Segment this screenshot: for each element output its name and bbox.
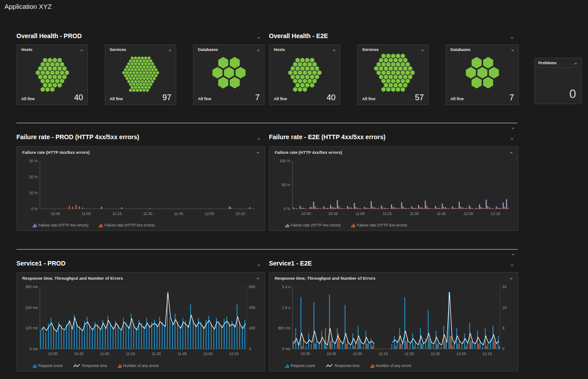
svg-text:11:30: 11:30 <box>143 211 153 216</box>
legend-item[interactable]: Number of any errors <box>371 363 411 368</box>
chevron-down-icon[interactable] <box>510 251 516 255</box>
legend-item[interactable]: Response time <box>326 363 360 368</box>
service-prod-chart-tile[interactable]: Response time, Throughput and Number of … <box>16 272 265 371</box>
svg-text:0: 0 <box>249 347 251 351</box>
svg-text:240 ms: 240 ms <box>25 305 38 310</box>
chevron-down-icon[interactable] <box>509 135 515 140</box>
svg-text:11:00: 11:00 <box>100 352 109 356</box>
chevron-down-icon[interactable] <box>509 262 515 266</box>
tile-title: Problems <box>538 61 556 65</box>
chevron-down-icon[interactable] <box>256 276 260 279</box>
chevron-down-icon[interactable] <box>510 125 516 129</box>
svg-text:11:30: 11:30 <box>405 352 414 356</box>
chart-title: Response time, Throughput and Number of … <box>22 276 123 281</box>
legend-label: Request count <box>291 363 315 368</box>
section-header-failure-e2e: Failure rate - E2E (HTTP 4xx/5xx errors) <box>269 133 386 141</box>
legend-item[interactable]: Response time <box>73 363 107 368</box>
svg-text:12:00: 12:00 <box>457 352 466 356</box>
legend-item[interactable]: Failure rate (HTTP 5xx errors) <box>351 223 407 227</box>
chevron-down-icon[interactable] <box>509 34 515 39</box>
section-header-failure-prod: Failure rate - PROD (HTTP 4xx/5xx errors… <box>16 133 139 141</box>
bars-glyph-icon <box>285 224 289 227</box>
status-label: All fine <box>362 97 375 102</box>
svg-text:11:15: 11:15 <box>383 211 392 216</box>
entity-count: 40 <box>74 93 83 102</box>
svg-text:8: 8 <box>502 326 505 330</box>
svg-text:400: 400 <box>249 305 255 310</box>
failure-rate-prod-chart-tile[interactable]: Failure rate (HTTP 4xx/5xx errors) 30 %2… <box>16 146 265 231</box>
legend-item[interactable]: Failure rate (HTTP 5xx errors) <box>99 223 154 227</box>
honeycomb-chart <box>196 52 262 93</box>
svg-text:10:45: 10:45 <box>74 352 84 356</box>
legend-item[interactable]: Request count <box>285 363 315 368</box>
failure-rate-prod-chart: 30 %20 %10 %0 %10:4511:0011:1511:3011:45… <box>20 157 262 218</box>
problems-tile[interactable]: Problems 0 <box>534 58 582 104</box>
honeycomb-chart <box>19 52 86 93</box>
svg-text:10:30: 10:30 <box>48 352 58 356</box>
svg-text:0 ms: 0 ms <box>30 347 38 351</box>
svg-text:100 %: 100 % <box>280 159 291 163</box>
tile-title: Hosts <box>274 47 285 52</box>
chevron-down-icon[interactable] <box>256 262 261 266</box>
health-tile-services-prod[interactable]: Services All fine97 <box>105 44 176 105</box>
legend-item[interactable]: Request count <box>33 363 63 368</box>
svg-text:10:45: 10:45 <box>51 211 60 216</box>
chevron-down-icon[interactable] <box>509 276 513 279</box>
page-title: Application XYZ <box>4 3 52 10</box>
legend-item[interactable]: Number of any errors <box>118 363 159 368</box>
chevron-down-icon[interactable] <box>510 47 515 51</box>
svg-text:11:30: 11:30 <box>152 352 161 356</box>
entity-count: 57 <box>415 93 424 102</box>
chevron-down-icon[interactable] <box>168 47 172 51</box>
honeycomb-chart <box>449 52 516 93</box>
chart-legend: Request countResponse timeNumber of any … <box>285 363 411 368</box>
section-header-overall-e2e: Overall Health - E2E <box>269 32 328 39</box>
health-tile-hosts-prod[interactable]: Hosts All fine40 <box>16 44 88 105</box>
svg-text:11:45: 11:45 <box>178 352 187 356</box>
health-tile-databases-e2e[interactable]: Databases All fine7 <box>446 44 519 105</box>
legend-label: Failure rate (HTTP 5xx errors) <box>357 223 407 227</box>
status-label: All fine <box>110 97 123 102</box>
service-e2e-chart: 2.4 s1.6 s800 ms0 ms24168010:3010:4511:0… <box>272 283 515 358</box>
svg-text:11:45: 11:45 <box>437 211 446 216</box>
svg-text:24: 24 <box>502 285 507 289</box>
bars-glyph-icon <box>99 224 103 227</box>
honeycomb-chart <box>272 52 338 93</box>
chevron-down-icon[interactable] <box>256 135 261 140</box>
chart-title: Response time, Throughput and Number of … <box>275 276 375 281</box>
health-tile-databases-prod[interactable]: Databases All fine7 <box>193 44 264 105</box>
legend-label: Number of any errors <box>376 363 411 368</box>
legend-label: Failure rate (HTTP 4xx errors) <box>291 223 341 227</box>
svg-text:360 ms: 360 ms <box>25 285 38 289</box>
svg-text:12:15: 12:15 <box>229 352 239 356</box>
legend-item[interactable]: Failure rate (HTTP 4xx errors) <box>33 223 88 227</box>
chart-legend: Failure rate (HTTP 4xx errors)Failure ra… <box>285 223 407 227</box>
chevron-down-icon[interactable] <box>332 47 336 51</box>
bars-glyph-icon <box>118 364 122 368</box>
svg-text:12:00: 12:00 <box>464 211 474 216</box>
legend-item[interactable]: Failure rate (HTTP 4xx errors) <box>285 223 341 227</box>
section-header-service-e2e: Service1 - E2E <box>269 260 312 267</box>
chart-title: Failure rate (HTTP 4xx/5xx errors) <box>22 150 90 155</box>
service-e2e-chart-tile[interactable]: Response time, Throughput and Number of … <box>269 272 518 371</box>
svg-text:10:30: 10:30 <box>301 352 311 356</box>
svg-text:10:45: 10:45 <box>328 211 338 216</box>
status-label: All fine <box>21 97 35 102</box>
svg-text:11:45: 11:45 <box>430 352 440 356</box>
chevron-down-icon[interactable] <box>256 34 261 39</box>
chevron-down-icon[interactable] <box>509 150 513 153</box>
chevron-down-icon[interactable] <box>420 47 425 51</box>
health-tile-hosts-e2e[interactable]: Hosts All fine40 <box>269 44 340 105</box>
chevron-down-icon[interactable] <box>79 47 84 51</box>
tile-title: Services <box>110 47 126 52</box>
chevron-down-icon[interactable] <box>256 150 260 153</box>
section-header-overall-prod: Overall Health - PROD <box>16 32 82 39</box>
health-tile-services-e2e[interactable]: Services All fine57 <box>357 44 429 105</box>
bars-glyph-icon <box>33 364 36 368</box>
failure-rate-e2e-chart-tile[interactable]: Failure rate (HTTP 4xx/5xx errors) 100 %… <box>269 146 518 231</box>
chevron-down-icon[interactable] <box>256 47 260 51</box>
section-header-service-prod: Service1 - PROD <box>16 260 66 267</box>
svg-text:200: 200 <box>249 326 255 330</box>
entity-count: 7 <box>255 93 260 102</box>
chevron-down-icon[interactable] <box>573 61 578 64</box>
